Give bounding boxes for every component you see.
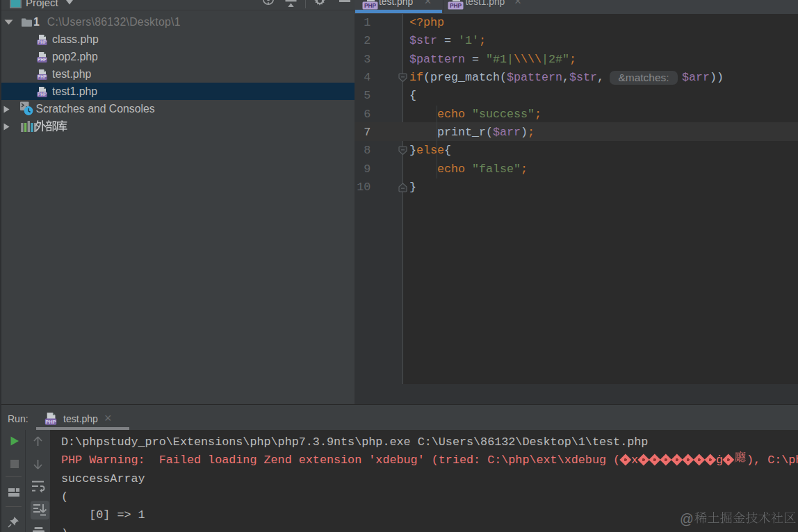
svg-text:PHP: PHP — [449, 2, 462, 9]
svg-text:PHP: PHP — [38, 92, 47, 97]
svg-text:PHP: PHP — [45, 418, 56, 424]
svg-text:PHP: PHP — [38, 57, 47, 62]
svg-text:PHP: PHP — [38, 74, 47, 79]
svg-text:PHP: PHP — [38, 40, 47, 44]
svg-text:PHP: PHP — [364, 2, 377, 9]
